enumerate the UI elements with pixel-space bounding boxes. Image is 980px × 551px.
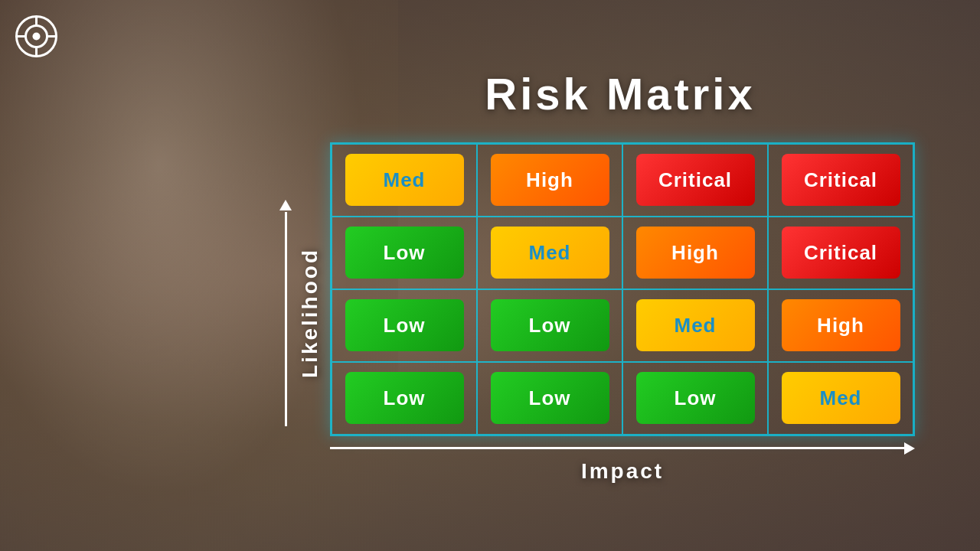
y-arrow-head — [279, 200, 292, 210]
x-arrow-head — [904, 442, 915, 455]
cell-label-r0-c0: Med — [384, 168, 426, 192]
cell-r2-c3: High — [768, 289, 913, 362]
cell-inner-r1-c3: Critical — [782, 227, 900, 279]
cell-r1-c0: Low — [332, 217, 477, 289]
cell-label-r1-c2: High — [671, 241, 719, 265]
cell-label-r1-c0: Low — [384, 241, 426, 265]
cell-r1-c1: Med — [477, 217, 622, 289]
x-axis-arrow — [330, 442, 915, 455]
cell-inner-r0-c0: Med — [345, 154, 464, 206]
x-arrow-line — [330, 447, 904, 449]
cell-inner-r1-c1: Med — [491, 227, 609, 279]
y-axis-label: Likelihood — [298, 248, 322, 378]
cell-r3-c0: Low — [332, 362, 477, 435]
cell-inner-r1-c0: Low — [345, 227, 464, 279]
cell-inner-r3-c3: Med — [782, 372, 900, 424]
cell-r0-c2: Critical — [622, 144, 768, 217]
x-axis-container: Impact — [330, 442, 915, 484]
cell-inner-r0-c1: High — [491, 154, 609, 206]
main-content: Risk Matrix Likelihood MedHighCriticalCr… — [0, 0, 980, 551]
cell-label-r3-c1: Low — [529, 386, 571, 410]
cell-label-r2-c1: Low — [529, 314, 571, 337]
cell-label-r2-c0: Low — [384, 314, 426, 337]
cell-inner-r1-c2: High — [636, 227, 755, 279]
cell-r0-c1: High — [477, 144, 622, 217]
cell-r1-c3: Critical — [768, 217, 913, 289]
cell-inner-r0-c2: Critical — [636, 154, 755, 206]
cell-label-r0-c3: Critical — [804, 168, 877, 192]
cell-r0-c0: Med — [332, 144, 477, 217]
cell-label-r2-c3: High — [817, 314, 864, 337]
cell-inner-r2-c3: High — [782, 299, 900, 351]
cell-r3-c3: Med — [768, 362, 913, 435]
cell-inner-r2-c1: Low — [491, 299, 609, 351]
cell-label-r2-c2: Med — [675, 314, 717, 337]
cell-r1-c2: High — [622, 217, 768, 289]
cell-label-r0-c2: Critical — [658, 168, 732, 192]
cell-inner-r3-c2: Low — [636, 372, 755, 424]
cell-label-r1-c3: Critical — [804, 241, 877, 265]
cell-label-r3-c0: Low — [384, 386, 426, 410]
cell-label-r0-c1: High — [526, 168, 573, 192]
cell-r0-c3: Critical — [768, 144, 913, 217]
risk-matrix-grid: MedHighCriticalCriticalLowMedHighCritica… — [330, 142, 915, 436]
x-axis-label: Impact — [581, 459, 664, 484]
cell-label-r3-c3: Med — [820, 386, 862, 410]
cell-inner-r3-c0: Low — [345, 372, 464, 424]
cell-label-r3-c2: Low — [675, 386, 717, 410]
logo — [15, 15, 57, 57]
cell-r2-c0: Low — [332, 289, 477, 362]
cell-inner-r2-c0: Low — [345, 299, 464, 351]
matrix-container: Likelihood MedHighCriticalCriticalLowMed… — [279, 142, 915, 484]
cell-r3-c2: Low — [622, 362, 768, 435]
cell-inner-r3-c1: Low — [491, 372, 609, 424]
cell-label-r1-c1: Med — [529, 241, 571, 265]
y-axis — [279, 200, 292, 426]
svg-point-2 — [33, 33, 41, 41]
matrix-and-xaxis: MedHighCriticalCriticalLowMedHighCritica… — [330, 142, 915, 484]
cell-inner-r2-c2: Med — [636, 299, 755, 351]
cell-r3-c1: Low — [477, 362, 622, 435]
page-title: Risk Matrix — [485, 68, 755, 119]
cell-r2-c2: Med — [622, 289, 768, 362]
cell-r2-c1: Low — [477, 289, 622, 362]
cell-inner-r0-c3: Critical — [782, 154, 900, 206]
y-arrow-line — [285, 212, 287, 426]
